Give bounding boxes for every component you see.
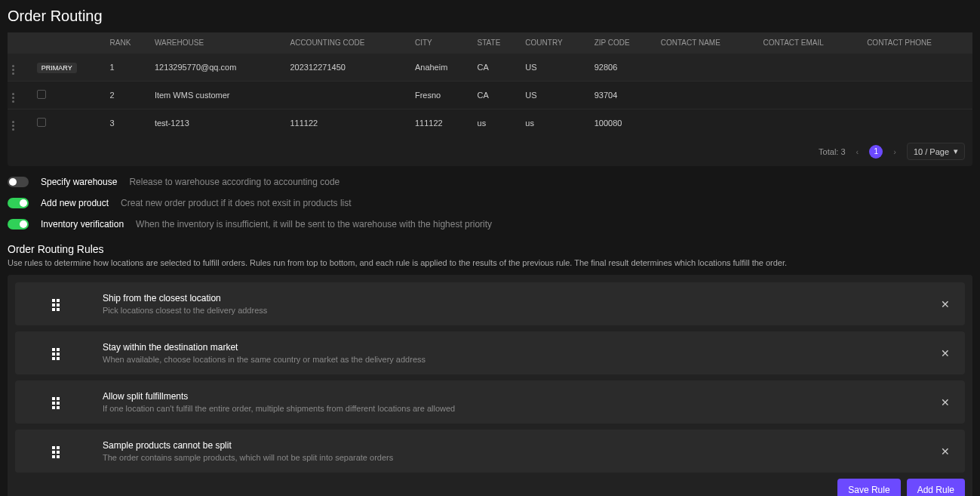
drag-handle-icon[interactable]	[12, 65, 20, 75]
page-size-label: 10 / Page	[914, 147, 949, 156]
warehouse-header: WAREHOUSE	[150, 32, 286, 54]
toggle-desc: Creat new order product if it does not e…	[121, 198, 351, 208]
warehouse-header: ZIP CODE	[590, 32, 656, 54]
cell-contact_name	[656, 109, 759, 137]
toggle-desc: Release to warehouse according to accoun…	[129, 177, 339, 187]
drag-handle-icon[interactable]	[12, 93, 20, 103]
cell-warehouse: Item WMS customer	[150, 82, 286, 109]
warehouse-table: RANKWAREHOUSEACCOUNTING CODECITYSTATECOU…	[8, 32, 972, 137]
cell-contact_name	[656, 82, 759, 109]
cell-city: 111122	[410, 109, 473, 137]
warehouse-header: CONTACT EMAIL	[759, 32, 863, 54]
toggle-switch[interactable]	[8, 177, 29, 187]
cell-contact_phone	[862, 82, 972, 109]
close-icon[interactable]: ✕	[938, 393, 953, 411]
cell-contact_email	[759, 54, 863, 82]
page-size-select[interactable]: 10 / Page ▾	[907, 143, 965, 160]
table-row: PRIMARY11213295770@qq.com202312271450Ana…	[8, 54, 972, 82]
cell-contact_phone	[862, 54, 972, 82]
table-footer: Total: 3 ‹ 1 › 10 / Page ▾	[8, 137, 972, 166]
rule-title: Allow split fulfillments	[103, 391, 923, 402]
toggle-label: Specify warehouse	[41, 177, 117, 187]
drag-handle-icon[interactable]	[12, 121, 20, 131]
warehouse-header: CONTACT NAME	[656, 32, 759, 54]
rule-title: Sample products cannot be split	[103, 440, 923, 451]
prev-page-button[interactable]: ‹	[853, 147, 862, 156]
warehouse-header	[32, 32, 106, 54]
cell-city: Anaheim	[410, 54, 473, 82]
chevron-down-icon: ▾	[954, 146, 958, 156]
rule-card: Allow split fulfillmentsIf one location …	[15, 380, 965, 424]
toggle-label: Inventory verification	[41, 219, 124, 230]
close-icon[interactable]: ✕	[938, 344, 953, 362]
next-page-button[interactable]: ›	[890, 147, 899, 156]
cell-zip: 100080	[590, 109, 656, 137]
rule-desc: If one location can't fulfill the entire…	[103, 404, 923, 413]
table-row: 3test-1213111122111122usus100080	[8, 109, 972, 137]
table-row: 2Item WMS customerFresnoCAUS93704	[8, 82, 972, 109]
rules-panel: Ship from the closest locationPick locat…	[8, 275, 972, 496]
page-title: Order Routing	[8, 8, 972, 25]
cell-contact_name	[656, 54, 759, 82]
warehouse-panel: RANKWAREHOUSEACCOUNTING CODECITYSTATECOU…	[8, 32, 972, 166]
rule-desc: The order contains sample products, whic…	[103, 453, 923, 462]
cell-rank: 1	[106, 54, 150, 82]
cell-city: Fresno	[410, 82, 473, 109]
cell-state: CA	[473, 54, 521, 82]
rule-title: Ship from the closest location	[103, 293, 923, 303]
cell-accounting_code	[286, 82, 410, 109]
toggle-row: Add new productCreat new order product i…	[8, 198, 972, 208]
cell-accounting_code: 111122	[286, 109, 410, 137]
cell-warehouse: 1213295770@qq.com	[150, 54, 286, 82]
cell-country: US	[521, 54, 589, 82]
cell-state: CA	[473, 82, 521, 109]
row-checkbox[interactable]	[37, 90, 46, 99]
close-icon[interactable]: ✕	[938, 295, 953, 313]
close-icon[interactable]: ✕	[938, 442, 953, 461]
save-rule-button[interactable]: Save Rule	[837, 479, 900, 496]
toggle-switch[interactable]	[8, 198, 29, 208]
cell-rank: 3	[106, 109, 150, 137]
rules-section-subtitle: Use rules to determine how locations are…	[8, 258, 972, 267]
cell-country: us	[521, 109, 589, 137]
warehouse-header: ACCOUNTING CODE	[286, 32, 410, 54]
drag-handle-icon[interactable]	[52, 446, 63, 457]
rule-card: Stay within the destination marketWhen a…	[15, 331, 965, 374]
cell-contact_email	[759, 109, 863, 137]
rule-title: Stay within the destination market	[103, 342, 923, 353]
drag-handle-icon[interactable]	[52, 299, 63, 310]
cell-country: US	[521, 82, 589, 109]
warehouse-header: STATE	[473, 32, 521, 54]
warehouse-header: CONTACT PHONE	[862, 32, 972, 54]
row-checkbox[interactable]	[37, 118, 46, 127]
cell-contact_phone	[862, 109, 972, 137]
rule-desc: When available, choose locations in the …	[103, 355, 923, 364]
warehouse-header	[8, 32, 32, 54]
cell-zip: 92806	[590, 54, 656, 82]
drag-handle-icon[interactable]	[52, 397, 63, 408]
cell-accounting_code: 202312271450	[286, 54, 410, 82]
toggle-label: Add new product	[41, 198, 109, 208]
cell-warehouse: test-1213	[150, 109, 286, 137]
toggle-desc: When the inventory is insufficient, it w…	[136, 219, 492, 230]
toggle-switch[interactable]	[8, 219, 29, 230]
cell-contact_email	[759, 82, 863, 109]
total-label: Total: 3	[819, 147, 845, 156]
cell-rank: 2	[106, 82, 150, 109]
warehouse-header: CITY	[410, 32, 473, 54]
add-rule-button[interactable]: Add Rule	[907, 479, 965, 496]
rule-card: Sample products cannot be splitThe order…	[15, 430, 965, 473]
rules-section-title: Order Routing Rules	[8, 243, 972, 255]
toggle-row: Specify warehouseRelease to warehouse ac…	[8, 177, 972, 187]
warehouse-header: RANK	[106, 32, 150, 54]
warehouse-header: COUNTRY	[521, 32, 589, 54]
drag-handle-icon[interactable]	[52, 348, 63, 359]
rule-desc: Pick locations closest to the delivery a…	[103, 306, 923, 315]
cell-zip: 93704	[590, 82, 656, 109]
primary-badge: PRIMARY	[37, 63, 77, 73]
toggle-row: Inventory verificationWhen the inventory…	[8, 219, 972, 230]
rule-card: Ship from the closest locationPick locat…	[15, 282, 965, 325]
current-page[interactable]: 1	[869, 145, 883, 159]
cell-state: us	[473, 109, 521, 137]
